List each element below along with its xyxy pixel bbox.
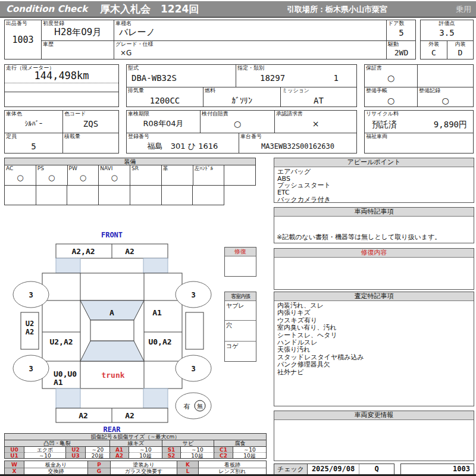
repair-content-panel: 修復内容 bbox=[274, 248, 474, 290]
mark-code: X bbox=[5, 468, 24, 474]
legend-group-rust: サビ bbox=[162, 440, 214, 447]
exterior-grade-value: C bbox=[421, 48, 447, 58]
equipment-value: ○ bbox=[99, 173, 130, 183]
recycle-box: リサイクル料 預託済 9,890円 福祉車両 bbox=[364, 110, 474, 154]
damage-legend-table: 損傷記号＆損傷サイズ（～最大cm） 凸凹・亀裂 線キズ サビ 腐食 U0 エクボ… bbox=[4, 433, 267, 459]
capacity-label: 定員 bbox=[6, 133, 17, 140]
vehicle-category: 乗用 bbox=[456, 4, 471, 15]
assessment-item: 社外ナビ bbox=[277, 369, 471, 376]
documents-empty-cell bbox=[417, 65, 473, 87]
legend-size: ～10 bbox=[181, 447, 214, 453]
legend-code: A2 bbox=[110, 453, 129, 458]
model-code-cell: 型式 DBA-WB32S bbox=[127, 65, 236, 87]
interior-item-hole: 穴 bbox=[225, 321, 256, 342]
legend-code: C1 bbox=[214, 447, 233, 453]
color-code-label: 色コード bbox=[64, 111, 86, 117]
equipment-label: PW bbox=[69, 165, 77, 172]
pickup-location: 引取場所：栃木県小山市粟宮 bbox=[287, 4, 387, 15]
equipment-empty-cell bbox=[67, 186, 99, 205]
equipment-row-2 bbox=[4, 186, 224, 205]
maintenance-record-value: ○ bbox=[418, 95, 473, 106]
score-box: 評価点 3.5 外装 C 内装 D bbox=[420, 20, 474, 60]
interior-item-burn: コゲ bbox=[225, 342, 256, 361]
legend-size: ～10 bbox=[129, 447, 162, 453]
equipment-empty-cell bbox=[162, 186, 193, 205]
presence-no-label: 無 bbox=[197, 403, 203, 409]
legend-code: U0 bbox=[5, 447, 24, 453]
recycle-status: 預託済 bbox=[372, 120, 397, 130]
warranty-value: ○ bbox=[365, 73, 417, 83]
wheel-rear-left-grade: 3 bbox=[29, 365, 33, 373]
lot-number-cell: 出品番号 1003 bbox=[5, 20, 41, 59]
color-code-value: ZQS bbox=[63, 118, 118, 129]
mark-code: P bbox=[88, 461, 111, 468]
appeal-title: アピールポイント bbox=[274, 158, 474, 167]
score-value: 3.5 bbox=[421, 27, 473, 38]
front-bumper-right-damage: A2 bbox=[125, 247, 134, 256]
rear-left-damage-1: U0,U0 bbox=[54, 369, 77, 378]
vin-value: MA3EWB32S00162630 bbox=[239, 141, 356, 152]
fuel-value: ｶﾞｿﾘﾝ bbox=[203, 95, 280, 106]
equipment-cell-extra bbox=[224, 165, 256, 186]
equipment-empty-cell bbox=[5, 186, 36, 205]
equipment-empty-cell bbox=[99, 186, 130, 205]
change-info-panel: 車両変更情報 bbox=[274, 411, 474, 461]
doors-cell: ドア数 5 bbox=[386, 20, 416, 40]
capacity-value: 5 bbox=[5, 141, 62, 152]
id-box: 出品番号 1003 初度登録 H28年09月 車種名 バレーノ ドア数 5 車歴… bbox=[4, 20, 416, 60]
legend-code: S2 bbox=[162, 453, 181, 458]
drive-cell: 駆動 2WD bbox=[386, 40, 416, 59]
assessment-item: 天張り汚れ bbox=[277, 346, 471, 353]
appeal-item: バックカメラ付き bbox=[277, 196, 471, 203]
maintenance-book-cell: 整備手帳 ○ bbox=[365, 87, 417, 107]
right-door-damage: U0,A2 bbox=[148, 337, 171, 346]
model-name-value: バレーノ bbox=[114, 27, 386, 37]
rear-label: REAR bbox=[104, 425, 121, 434]
registration-number-cell: 登録番号 福島 301 ひ 1616 bbox=[127, 133, 239, 153]
class-sub-number: 1 bbox=[334, 73, 339, 83]
legend-group-corrosion: 腐食 bbox=[214, 440, 266, 447]
lot-number-value: 1003 bbox=[5, 35, 41, 45]
color-code-cell: 色コード ZQS bbox=[62, 111, 118, 133]
mission-value: AT bbox=[281, 95, 356, 106]
interior-grade-label: 内装 bbox=[447, 41, 473, 48]
welfare-label: 福祉車両 bbox=[366, 133, 387, 140]
vin-cell: 車台番号 MA3EWB32S00162630 bbox=[239, 133, 356, 153]
legend-size: エクボ bbox=[24, 447, 66, 453]
first-registration-value: H28年09月 bbox=[42, 27, 114, 37]
legend-code: U2 bbox=[66, 447, 86, 453]
equipment-label: AC bbox=[6, 165, 13, 172]
assessment-panel: 査定特記事項 内装汚れ、スレ 内張りキズ ウスキズ有り 室内臭い有り、汚れ シー… bbox=[274, 292, 474, 406]
model-code-label: 型式 bbox=[128, 65, 139, 71]
check-code: Q bbox=[359, 464, 394, 474]
maintenance-record-cell: 整備記録 ○ bbox=[417, 87, 473, 107]
mileage-box: 走行（現メーター） 144,498km bbox=[4, 64, 119, 107]
legend-size: 10超 bbox=[129, 453, 162, 458]
rear-left-damage-2: A1 bbox=[54, 378, 63, 387]
load-label: 積載量 bbox=[64, 133, 80, 140]
mark-code: L bbox=[177, 468, 199, 474]
lot-number-label: 出品番号 bbox=[6, 20, 27, 27]
maintenance-book-label: 整備手帳 bbox=[366, 87, 387, 94]
displacement-label: 排気量 bbox=[128, 87, 144, 94]
equipment-row-1: AC ○ PS ○ PW ○ NAVI ○ SR 革 左ﾊﾝﾄﾞﾙ bbox=[4, 165, 256, 186]
doors-label: ドア数 bbox=[388, 20, 404, 27]
displacement-value: 1200CC bbox=[127, 95, 203, 106]
body-color-cell: 車体色 ｼﾙﾊﾞｰ bbox=[5, 111, 62, 133]
equipment-value: ○ bbox=[5, 173, 36, 183]
fuel-cell: 燃料 ｶﾞｿﾘﾝ bbox=[203, 87, 280, 107]
grade-cell: グレード・仕様 ×G bbox=[114, 40, 386, 59]
mark-label: 塗装あり bbox=[111, 461, 177, 468]
mark-label: ガラス交換要す bbox=[111, 468, 177, 474]
front-label: FRONT bbox=[101, 231, 123, 239]
fuel-label: 燃料 bbox=[205, 87, 215, 94]
right-front-panel-damage: A1 bbox=[152, 308, 162, 317]
legend-group-dents: 凸凹・亀裂 bbox=[5, 440, 110, 447]
approval-cell: 承認請求書 × bbox=[274, 111, 356, 133]
grade-label: グレード・仕様 bbox=[115, 41, 154, 48]
equipment-empty-cell bbox=[36, 186, 68, 205]
inspection-value: R08年04月 bbox=[127, 118, 200, 129]
interior-mini-title: 客室内張 bbox=[225, 292, 256, 301]
legend-size: 10超 bbox=[233, 453, 266, 458]
taillight-right bbox=[143, 389, 168, 408]
